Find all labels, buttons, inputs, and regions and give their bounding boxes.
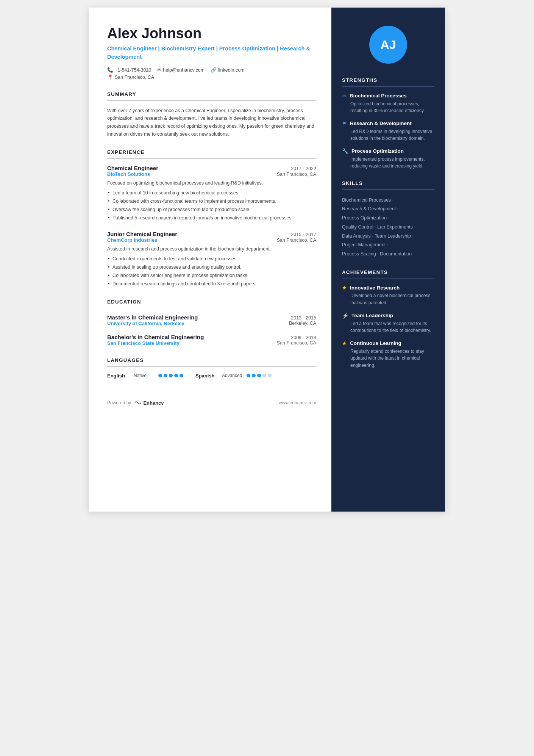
skill-separator: · <box>396 206 398 211</box>
avatar: AJ <box>369 26 407 64</box>
languages-section: LANGUAGES English Native <box>107 357 316 379</box>
edu-2-university: San Francisco State University <box>107 340 180 346</box>
language-english: English Native <box>107 373 183 379</box>
job-1-title: Chemical Engineer <box>107 165 158 171</box>
achievement-3-title: Continuous Learning <box>350 340 401 346</box>
skill-separator: · <box>391 197 393 203</box>
skill-item: Process Scaling <box>342 251 376 257</box>
skill-item: Research & Development <box>342 206 396 211</box>
header: Alex Johnson Chemical Engineer | Biochem… <box>107 26 316 80</box>
resume-container: Alex Johnson Chemical Engineer | Biochem… <box>89 8 445 512</box>
linkedin-value: linkedin.com <box>218 67 244 73</box>
job-2-location: San Francisco, CA <box>277 238 316 243</box>
linkedin-contact: 🔗 linkedin.com <box>211 67 244 73</box>
skill-separator: · <box>376 251 380 257</box>
bullet-item: Published 5 research papers in reputed j… <box>107 214 316 222</box>
bullet-item: Collaborated with cross-functional teams… <box>107 197 316 205</box>
edu-2: Bachelor's in Chemical Engineering 2009 … <box>107 334 316 346</box>
lang-english-dots <box>158 374 183 377</box>
strength-2-title: Research & Development <box>350 121 412 126</box>
left-footer: Powered by Enhancv www.enhancv.com <box>107 394 316 406</box>
edu-2-header: Bachelor's in Chemical Engineering 2009 … <box>107 334 316 340</box>
dot <box>158 374 162 377</box>
edu-2-degree: Bachelor's in Chemical Engineering <box>107 334 204 340</box>
logo-icon <box>134 400 142 405</box>
achievements-title: ACHIEVEMENTS <box>342 269 434 275</box>
lang-english-level: Native <box>134 373 155 378</box>
language-spanish: Spanish Advanced <box>195 373 272 379</box>
dot <box>268 374 272 377</box>
skills-list: Biochemical Processes · Research & Devel… <box>342 196 434 259</box>
skill-item: Documentation <box>380 251 412 257</box>
star-icon: ★ <box>342 285 347 291</box>
candidate-name: Alex Johnson <box>107 26 316 42</box>
achievement-1: ★ Innovative Research Developed a novel … <box>342 285 434 306</box>
summary-section: SUMMARY With over 7 years of experience … <box>107 91 316 138</box>
skill-separator: · <box>413 224 415 230</box>
dot <box>164 374 167 377</box>
dot <box>169 374 173 377</box>
job-2: Junior Chemical Engineer 2015 - 2017 Che… <box>107 231 316 288</box>
bolt-icon: ⚡ <box>342 313 348 319</box>
bullet-item: Led a team of 10 in researching new bioc… <box>107 189 316 197</box>
lang-english-name: English <box>107 373 130 379</box>
job-2-desc: Assisted in research and process optimiz… <box>107 245 316 253</box>
achievements-divider <box>342 278 434 279</box>
skills-section: SKILLS Biochemical Processes · Research … <box>342 180 434 259</box>
contact-row-2: 📍 San Francisco, CA <box>107 74 316 80</box>
achievement-3-header: ★ Continuous Learning <box>342 340 434 346</box>
skills-divider <box>342 189 434 190</box>
job-1-header: Chemical Engineer 2017 - 2022 <box>107 165 316 171</box>
achievement-2-header: ⚡ Team Leadership <box>342 313 434 319</box>
achievements-section: ACHIEVEMENTS ★ Innovative Research Devel… <box>342 269 434 369</box>
bullet-item: Collaborated with senior engineers in pr… <box>107 272 316 279</box>
summary-text: With over 7 years of experience as a Che… <box>107 107 316 138</box>
dot <box>174 374 178 377</box>
achievement-1-header: ★ Innovative Research <box>342 285 434 291</box>
skill-item: Biochemical Processes <box>342 197 391 203</box>
skill-item: Lab Experiments <box>377 224 413 230</box>
job-2-company-row: ChemCorp Industries San Francisco, CA <box>107 237 316 243</box>
job-1-company: BioTech Solutions <box>107 171 150 177</box>
skill-separator: · <box>411 233 414 239</box>
strength-1-desc: Optimized biochemical processes, resulti… <box>342 100 434 114</box>
strengths-title: STRENGTHS <box>342 77 434 83</box>
edu-2-date: 2009 - 2013 <box>291 335 316 340</box>
skill-separator: · <box>373 224 377 230</box>
bullet-item: Oversaw the scaling up of processes from… <box>107 206 316 213</box>
strength-3: 🔧 Process Optimization Implemented proce… <box>342 148 434 170</box>
languages-title: LANGUAGES <box>107 357 316 363</box>
edu-1-header: Master's in Chemical Engineering 2013 - … <box>107 314 316 321</box>
experience-section: EXPERIENCE Chemical Engineer 2017 - 2022… <box>107 149 316 288</box>
skill-separator: · <box>386 242 388 247</box>
achievement-2: ⚡ Team Leadership Led a team that was re… <box>342 313 434 334</box>
footer-website: www.enhancv.com <box>279 400 316 405</box>
edu-1-degree: Master's in Chemical Engineering <box>107 314 198 321</box>
skill-item: Team Leadership <box>375 233 411 239</box>
achievement-1-title: Innovative Research <box>350 285 400 291</box>
candidate-subtitle: Chemical Engineer | Biochemistry Expert … <box>107 45 316 61</box>
email-contact: ✉ help@enhancv.com <box>157 67 205 73</box>
job-2-company: ChemCorp Industries <box>107 237 157 243</box>
strength-1: ✂ Biochemical Processes Optimized bioche… <box>342 93 434 114</box>
strength-2-header: ⚑ Research & Development <box>342 121 434 127</box>
education-title: EDUCATION <box>107 299 316 305</box>
job-1-location: San Francisco, CA <box>277 172 316 177</box>
location-icon: 📍 <box>107 74 113 80</box>
star-icon: ★ <box>342 340 347 346</box>
strength-3-desc: Implemented process improvements, reduci… <box>342 156 434 170</box>
phone-contact: 📞 +1-541-754-3010 <box>107 67 151 73</box>
achievement-2-desc: Led a team that was recognized for its c… <box>342 320 434 334</box>
edu-1-date: 2013 - 2015 <box>291 315 316 321</box>
strength-3-header: 🔧 Process Optimization <box>342 148 434 154</box>
strength-1-title: Biochemical Processes <box>350 93 407 99</box>
summary-divider <box>107 100 316 101</box>
skill-item: Project Management <box>342 242 386 247</box>
strength-2-desc: Led R&D teams in developing innovative s… <box>342 128 434 142</box>
achievement-3: ★ Continuous Learning Regularly attend c… <box>342 340 434 369</box>
bullet-item: Documented research findings and contrib… <box>107 280 316 288</box>
skill-separator: · <box>371 233 375 239</box>
job-1-desc: Focused on optimizing biochemical proces… <box>107 179 316 187</box>
summary-title: SUMMARY <box>107 91 316 97</box>
education-divider <box>107 308 316 308</box>
